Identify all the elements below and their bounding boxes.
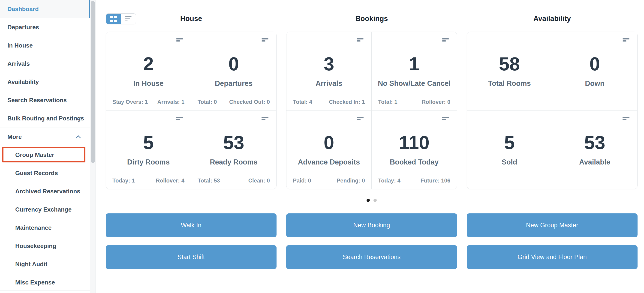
stat-cards-row: 2 In House Stay Overs: 1 Arrivals: 1 0 D… bbox=[106, 32, 638, 189]
pagination-dot[interactable] bbox=[374, 199, 377, 202]
dashboard-main: House Bookings Availability 2 In House S… bbox=[106, 0, 638, 293]
pagination-dot-active[interactable] bbox=[366, 199, 370, 202]
sidebar: Dashboard Departures In House Arrivals A… bbox=[0, 0, 96, 293]
sidebar-item-label: Availability bbox=[8, 78, 39, 86]
sidebar-item-label: More bbox=[8, 133, 22, 140]
stat-left: Total: 53 bbox=[198, 177, 220, 184]
bookings-card: 3 Arrivals Total: 4 Checked In: 1 1 No S… bbox=[286, 32, 457, 189]
stat-left: Today: 1 bbox=[112, 177, 135, 184]
sidebar-nav: Dashboard Departures In House Arrivals A… bbox=[0, 0, 90, 293]
stat-label: Advance Deposits bbox=[298, 158, 360, 166]
sidebar-item-availability[interactable]: Availability bbox=[0, 73, 90, 91]
sidebar-item-label: Archived Reservations bbox=[15, 188, 80, 195]
stat-label: Departures bbox=[215, 79, 253, 88]
sidebar-item-label: Group Master bbox=[15, 151, 54, 159]
stat-value: 0 bbox=[590, 54, 600, 73]
stat-value: 0 bbox=[324, 133, 334, 152]
stat-value: 53 bbox=[223, 133, 244, 152]
sidebar-item-label: Housekeeping bbox=[15, 243, 56, 250]
sidebar-item-label: Guest Records bbox=[15, 170, 58, 177]
stat-left: Today: 4 bbox=[378, 177, 400, 184]
sidebar-item-label: Bulk Routing and Postings bbox=[8, 115, 84, 122]
stat-label: Dirty Rooms bbox=[127, 158, 170, 166]
tile-no-show-late-cancel[interactable]: 1 No Show/Late Cancel Total: 1 Rollover:… bbox=[372, 32, 457, 110]
stat-label: Sold bbox=[502, 158, 517, 166]
tile-total-rooms[interactable]: 58 Total Rooms bbox=[467, 32, 552, 110]
sidebar-item-label: Departures bbox=[8, 24, 39, 31]
tile-arrivals[interactable]: 3 Arrivals Total: 4 Checked In: 1 bbox=[286, 32, 372, 110]
sidebar-scrollbar-thumb[interactable] bbox=[91, 1, 95, 163]
section-title-bookings: Bookings bbox=[286, 13, 457, 24]
sidebar-item-more[interactable]: More bbox=[0, 128, 90, 146]
sidebar-item-misc-expense[interactable]: Misc Expense bbox=[0, 273, 90, 292]
availability-card: 58 Total Rooms 0 Down 5 Sold bbox=[467, 32, 638, 189]
sidebar-item-label: In House bbox=[8, 42, 33, 49]
sidebar-item-guest-records[interactable]: Guest Records bbox=[0, 164, 90, 182]
section-titles: House Bookings Availability bbox=[106, 13, 638, 24]
section-title-availability: Availability bbox=[467, 13, 638, 24]
search-reservations-button[interactable]: Search Reservations bbox=[286, 245, 457, 269]
sidebar-item-search-reservations[interactable]: Search Reservations bbox=[0, 91, 90, 109]
tile-available[interactable]: 53 Available bbox=[552, 110, 637, 189]
tile-down[interactable]: 0 Down bbox=[552, 32, 637, 110]
sidebar-item-housekeeping[interactable]: Housekeeping bbox=[0, 237, 90, 255]
tile-ready-rooms[interactable]: 53 Ready Rooms Total: 53 Clean: 0 bbox=[191, 110, 276, 189]
stat-left: Total: 4 bbox=[293, 99, 312, 105]
tile-booked-today[interactable]: 110 Booked Today Today: 4 Future: 106 bbox=[372, 110, 457, 189]
sidebar-item-arrivals[interactable]: Arrivals bbox=[0, 55, 90, 73]
stat-label: In House bbox=[134, 79, 164, 88]
sidebar-item-night-audit[interactable]: Night Audit bbox=[0, 255, 90, 273]
sidebar-item-label: Dashboard bbox=[8, 5, 39, 13]
tile-advance-deposits[interactable]: 0 Advance Deposits Paid: 0 Pending: 0 bbox=[286, 110, 372, 189]
new-booking-button[interactable]: New Booking bbox=[286, 213, 457, 237]
sidebar-item-departures[interactable]: Departures bbox=[0, 18, 90, 36]
sidebar-item-group-master[interactable]: Group Master bbox=[0, 146, 90, 164]
stat-value: 2 bbox=[143, 54, 154, 73]
stat-left: Total: 1 bbox=[378, 99, 398, 105]
grid-view-floor-plan-button[interactable]: Grid View and Floor Plan bbox=[467, 245, 638, 269]
stat-right: Future: 106 bbox=[420, 177, 450, 184]
stat-label: Arrivals bbox=[316, 79, 342, 88]
tile-sold[interactable]: 5 Sold bbox=[467, 110, 552, 189]
stat-right: Rollover: 0 bbox=[422, 99, 450, 105]
carousel-pagination bbox=[106, 199, 638, 202]
sidebar-item-bulk-routing-and-postings[interactable]: Bulk Routing and Postings bbox=[0, 109, 90, 128]
stat-label: Total Rooms bbox=[488, 79, 531, 88]
stat-right: Checked In: 1 bbox=[329, 99, 365, 105]
stat-label: Down bbox=[585, 79, 604, 88]
stat-label: Ready Rooms bbox=[210, 158, 258, 166]
house-card: 2 In House Stay Overs: 1 Arrivals: 1 0 D… bbox=[106, 32, 276, 189]
sidebar-item-archived-reservations[interactable]: Archived Reservations bbox=[0, 182, 90, 201]
stat-value: 110 bbox=[399, 133, 429, 152]
walk-in-button[interactable]: Walk In bbox=[106, 213, 276, 237]
chevron-up-icon bbox=[76, 135, 81, 140]
stat-right: Arrivals: 1 bbox=[158, 99, 184, 105]
sidebar-item-label: Search Reservations bbox=[8, 97, 67, 104]
sidebar-item-dashboard[interactable]: Dashboard bbox=[0, 0, 90, 18]
sidebar-item-label: Night Audit bbox=[15, 261, 47, 268]
sidebar-item-currency-exchange[interactable]: Currency Exchange bbox=[0, 201, 90, 219]
new-group-master-button[interactable]: New Group Master bbox=[467, 213, 638, 237]
section-title-house: House bbox=[106, 13, 276, 24]
sidebar-item-label: Currency Exchange bbox=[15, 206, 72, 213]
tile-dirty-rooms[interactable]: 5 Dirty Rooms Today: 1 Rollover: 4 bbox=[106, 110, 191, 189]
stat-value: 3 bbox=[324, 54, 334, 73]
tile-in-house[interactable]: 2 In House Stay Overs: 1 Arrivals: 1 bbox=[106, 32, 191, 110]
stat-label: No Show/Late Cancel bbox=[378, 79, 450, 88]
sidebar-item-maintenance[interactable]: Maintenance bbox=[0, 219, 90, 237]
start-shift-button[interactable]: Start Shift bbox=[106, 245, 276, 269]
stat-value: 0 bbox=[228, 54, 239, 73]
stat-value: 53 bbox=[584, 133, 605, 152]
stat-left: Total: 0 bbox=[198, 99, 217, 105]
stat-label: Booked Today bbox=[390, 158, 438, 166]
tile-departures[interactable]: 0 Departures Total: 0 Checked Out: 0 bbox=[191, 32, 276, 110]
sidebar-scrollbar-track[interactable] bbox=[90, 0, 96, 293]
stat-right: Rollover: 4 bbox=[156, 177, 184, 184]
sidebar-item-in-house[interactable]: In House bbox=[0, 36, 90, 55]
sidebar-divider bbox=[0, 290, 90, 291]
sidebar-item-label: Arrivals bbox=[8, 60, 30, 67]
quick-action-buttons: Walk In New Booking New Group Master Sta… bbox=[106, 213, 638, 269]
stat-value: 58 bbox=[499, 54, 520, 73]
stat-right: Clean: 0 bbox=[248, 177, 270, 184]
stat-left: Stay Overs: 1 bbox=[112, 99, 148, 105]
